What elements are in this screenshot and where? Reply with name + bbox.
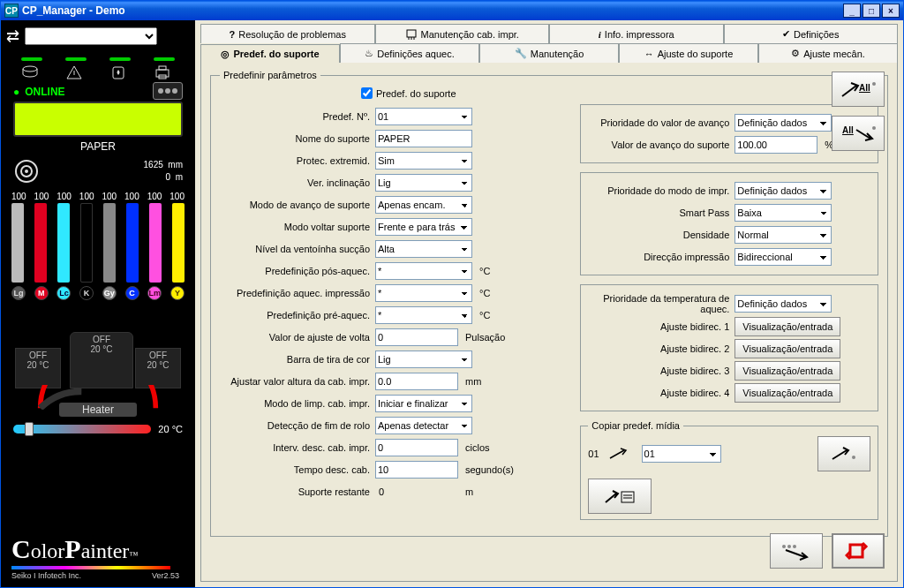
preset-checkbox-label: Predef. do suporte [376, 88, 456, 99]
feed-val-input[interactable] [734, 136, 817, 154]
tab-troubleshoot[interactable]: ?Resolução de problemas [200, 24, 375, 43]
copy-list-button[interactable] [588, 479, 652, 514]
droplet-icon [109, 57, 131, 80]
back-adj-input[interactable] [375, 328, 458, 346]
heater-label: Heater [59, 403, 137, 417]
app-window: CP CP_Manager - Demo _ □ × ⇄ ONLINE [0, 0, 904, 588]
tab-heater-set[interactable]: ♨Definições aquec. [340, 43, 479, 63]
minimize-button[interactable]: _ [843, 4, 861, 18]
copy-preset-group: Copiar predef. mídia 01 01 [580, 420, 878, 520]
post-heat-select[interactable]: * [375, 262, 472, 280]
titlebar: CP CP_Manager - Demo _ □ × [1, 1, 903, 20]
transfer-icon: ⇄ [6, 30, 19, 42]
media-measure: 1625 mm 0 m [144, 159, 183, 184]
send-all-button[interactable]: All [832, 116, 885, 151]
rest-interval-input[interactable] [375, 439, 458, 456]
gear-icon: ⚙ [791, 48, 800, 59]
receive-all-button[interactable]: All [832, 72, 885, 107]
roll-icon [13, 158, 40, 185]
fan-level-select[interactable]: Alta [375, 240, 472, 258]
smart-pass-select[interactable]: Baixa [734, 204, 832, 222]
preset-no-select[interactable]: 01 [375, 108, 472, 125]
arrows-h-icon: ↔ [644, 49, 654, 59]
head-height-input[interactable] [375, 373, 458, 390]
bidi2-button[interactable]: Visualização/entrada [734, 339, 840, 358]
refresh-button[interactable] [832, 533, 885, 569]
svg-point-21 [782, 545, 786, 548]
roll-end-select[interactable]: Apenas detectar [375, 417, 472, 434]
ink-icon [21, 57, 42, 80]
lcd-display [13, 102, 183, 137]
maximize-button[interactable]: □ [863, 4, 880, 18]
direction-select[interactable]: Bidireccional [734, 248, 832, 266]
tab-settings[interactable]: ✔Definições [724, 24, 899, 43]
bidi1-button[interactable]: Visualização/entrada [734, 317, 840, 336]
edge-guard-select[interactable]: Sim [375, 152, 472, 170]
svg-point-0 [23, 66, 37, 72]
printer-select[interactable] [25, 27, 157, 45]
heater-left: OFF 20 °C [15, 348, 61, 388]
return-mode-select[interactable]: Frente e para trás [375, 218, 472, 236]
media-name-input[interactable] [375, 130, 472, 147]
svg-point-22 [787, 545, 791, 548]
temp-slider[interactable]: 20 °C [13, 424, 183, 434]
heater-widget: OFF 20 °C OFF 20 °C OFF 20 °C Heater [11, 313, 185, 418]
svg-text:All: All [859, 83, 870, 93]
svg-rect-14 [622, 492, 634, 502]
rest-time-input[interactable] [375, 461, 458, 479]
tab-printer-info[interactable]: iInfo. impressora [549, 24, 724, 43]
online-status: ONLINE [13, 86, 65, 98]
print-prio-select[interactable]: Definição dados [734, 182, 832, 200]
pre-heat-select[interactable]: * [375, 306, 472, 324]
app-icon: CP [4, 4, 19, 18]
color-strip-select[interactable]: Lig [375, 351, 472, 368]
svg-rect-3 [156, 70, 169, 77]
tab-maintenance[interactable]: 🔧Manutenção [479, 43, 619, 63]
send-button[interactable] [770, 533, 823, 569]
tab-body: Predefinir parâmetros Predef. do suporte… [200, 63, 898, 582]
feed-prio-select[interactable]: Definição dados [734, 114, 832, 132]
media-name: PAPER [6, 140, 190, 153]
clean-mode-select[interactable]: Iniciar e finalizar [375, 395, 472, 412]
svg-rect-9 [407, 30, 416, 37]
print-heat-select[interactable]: * [375, 284, 472, 302]
tab-mech-adjust[interactable]: ⚙Ajuste mecân. [758, 43, 898, 63]
density-select[interactable]: Normal [734, 226, 832, 244]
print-priority-group: Prioridade do modo de impr.Definição dad… [580, 172, 878, 275]
close-button[interactable]: × [882, 4, 900, 18]
brand-logo: ColorPainter™ Seiko I Infotech Inc.Ver2.… [11, 534, 190, 580]
svg-rect-4 [159, 66, 166, 70]
arrow-right-icon [608, 448, 633, 460]
device-icon [153, 82, 183, 100]
check-icon: ✔ [782, 28, 790, 40]
svg-text:All: All [842, 125, 854, 135]
svg-point-20 [872, 126, 876, 130]
feed-mode-select[interactable]: Apenas encam. [375, 196, 472, 214]
preset-fieldset: Predefinir parâmetros Predef. do suporte… [210, 70, 888, 537]
heat-prio-select[interactable]: Definição dados [734, 295, 832, 313]
warning-icon [65, 57, 87, 80]
svg-point-18 [872, 82, 876, 86]
tab-row-1: ?Resolução de problemas Manutenção cab. … [200, 24, 898, 43]
skew-select[interactable]: Lig [375, 174, 472, 192]
target-icon: ◎ [221, 49, 230, 60]
preset-checkbox[interactable] [361, 87, 373, 99]
copy-apply-button[interactable] [817, 436, 870, 471]
tab-media-preset[interactable]: ◎Predef. do suporte [200, 44, 340, 64]
svg-point-13 [852, 456, 855, 459]
svg-point-8 [25, 170, 28, 173]
bidi4-button[interactable]: Visualização/entrada [734, 383, 840, 403]
heat-priority-group: Prioridade da temperatura de aquec.Defin… [580, 284, 878, 411]
tab-head-maint[interactable]: Manutenção cab. impr. [375, 24, 550, 43]
ink-bars [11, 203, 185, 283]
svg-point-23 [793, 545, 796, 548]
fieldset-legend: Predefinir parâmetros [220, 70, 320, 80]
copy-to-select[interactable]: 01 [642, 445, 721, 463]
tab-media-adjust[interactable]: ↔Ajuste do suporte [619, 43, 758, 63]
bidi3-button[interactable]: Visualização/entrada [734, 361, 840, 381]
heater-right: OFF 20 °C [135, 348, 181, 388]
printer-icon [154, 57, 175, 80]
wrench-icon: 🔧 [515, 48, 527, 59]
status-panel: ⇄ ONLINE PAPER 1625 mm 0 m [1, 20, 195, 587]
heat-icon: ♨ [365, 48, 373, 59]
